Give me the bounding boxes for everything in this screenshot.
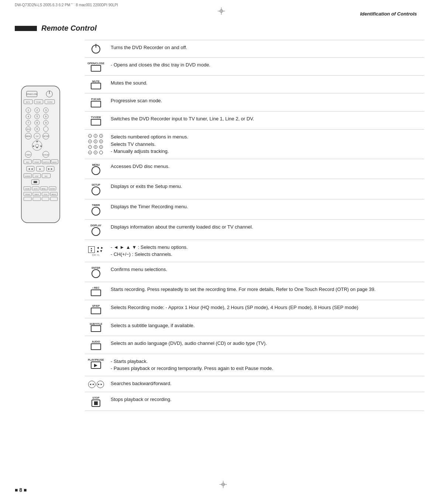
svg-text:•REC: •REC (26, 162, 30, 163)
svg-text:1: 1 (28, 109, 29, 112)
desc-speed: Selects Recording mode: - Approx 1 Hour … (107, 304, 424, 311)
svg-text:7: 7 (28, 121, 29, 124)
svg-text:ZOOM: ZOOM (25, 188, 29, 190)
control-row-stop: STOP Stops playback or recording. (85, 392, 424, 411)
control-row-pscan: P.SCAN Progressive scan mode. (85, 93, 424, 111)
control-row-search: ◄◄ ►► Searches backward/forward. (85, 376, 424, 392)
icon-stop: STOP (85, 396, 107, 407)
svg-text:◄◄: ◄◄ (28, 167, 33, 171)
svg-text:MUTE: MUTE (26, 102, 30, 103)
svg-text:►►: ►► (48, 167, 53, 171)
controls-list: Turns the DVD Recorder on and off. OPEN/… (85, 40, 424, 411)
icon-subtitle: SUBTITLE (85, 322, 107, 332)
icon-audio: AUDIO (85, 340, 107, 350)
crosshair-bottom (220, 481, 227, 489)
control-row-subtitle: SUBTITLE Selects a subtitle language, if… (85, 318, 424, 336)
svg-text:SPEED: SPEED (34, 162, 39, 163)
icon-pscan: P.SCAN (85, 97, 107, 107)
svg-text:STEP: STEP (35, 176, 39, 177)
icon-menu: MENU (85, 163, 107, 175)
svg-rect-74 (34, 181, 37, 183)
icon-play: PLAY/PAUSE ▶ (85, 358, 107, 369)
svg-text:TV/VEW: TV/VEW (47, 102, 52, 103)
svg-text:0: 0 (37, 128, 38, 130)
icon-power (85, 44, 107, 54)
desc-rec: Starts recording. Press repeatedly to se… (107, 286, 424, 293)
section-title-bar: Remote Control (15, 24, 424, 32)
remote-control-image: OPEN/CLOSE MUTE P.SCAN TV/VEW 1 2 3 4 5 … (15, 84, 77, 411)
svg-text:►: ► (39, 168, 42, 170)
section-title: Remote Control (41, 24, 97, 32)
svg-text:HH/FWD: HH/FWD (25, 176, 30, 177)
svg-text:P.SCAN: P.SCAN (36, 102, 41, 103)
desc-enter: Confirms menu selections. (107, 266, 424, 273)
control-row-setup: SETUP Displays or exits the Setup menu. (85, 179, 424, 199)
icon-mute: MUTE (85, 79, 107, 90)
desc-search: Searches backward/forward. (107, 380, 424, 387)
icon-nav: ▲▼ ◄ ►▲▼ CH +/- (85, 246, 107, 256)
desc-nav: - ◄ ► ▲ ▼ : Selects menu options. - CH(+… (107, 244, 424, 258)
control-row-menu: MENU Accesses DVD disc menus. (85, 159, 424, 179)
control-row-numbers: 1 2 3 4 5 6 7 8 9 10 0 Selects numbered … (85, 129, 424, 159)
desc-numbers: Selects numbered options in menus. Selec… (107, 133, 424, 155)
desc-menu: Accesses DVD disc menus. (107, 163, 424, 170)
control-row-tvview: TV/VEW Switches the DVD Recorder input t… (85, 111, 424, 129)
control-row-mute: MUTE Mutes the sound. (85, 75, 424, 93)
svg-text:5: 5 (37, 115, 38, 118)
svg-text:SUBTITLE: SUBTITLE (43, 162, 50, 163)
svg-text:ENTER: ENTER (50, 188, 55, 190)
control-row-open-close: OPEN/CLOSE - Opens and closes the disc t… (85, 57, 424, 75)
desc-open-close: - Opens and closes the disc tray in DVD … (107, 61, 424, 69)
control-row-audio: AUDIO Selects an audio language (DVD), a… (85, 336, 424, 354)
svg-text:3: 3 (45, 109, 46, 112)
icon-tvview: TV/VEW (85, 115, 107, 126)
title-decoration (15, 26, 37, 31)
svg-text:GOTO: GOTO (34, 188, 38, 190)
svg-text:MENU: MENU (26, 136, 31, 137)
icon-search: ◄◄ ►► (85, 380, 107, 388)
svg-text:MENU+: MENU+ (42, 188, 47, 190)
control-row-speed: SP/EP Selects Recording mode: - Approx 1… (85, 300, 424, 318)
svg-text:►: ► (40, 144, 43, 148)
icon-setup: SETUP (85, 183, 107, 195)
control-row-nav: ▲▼ ◄ ►▲▼ CH +/- - ◄ ► ▲ ▼ : Selects menu… (85, 240, 424, 262)
svg-text:2: 2 (37, 109, 38, 112)
desc-display: Displays information about the currently… (107, 223, 424, 231)
svg-text:AUDIO: AUDIO (52, 162, 57, 163)
control-row-display: DISPLAY Displays information about the c… (85, 219, 424, 240)
desc-stop: Stops playback or recording. (107, 396, 424, 403)
crosshair-top (218, 7, 225, 15)
desc-audio: Selects an audio language (DVD), audio c… (107, 340, 424, 347)
svg-text:PROG/E: PROG/E (25, 194, 30, 195)
svg-text:DIGEST: DIGEST (34, 194, 39, 195)
svg-text:TITLE: TITLE (44, 194, 48, 195)
desc-play: - Starts playback. - Pauses playback or … (107, 358, 424, 372)
control-row-play: PLAY/PAUSE ▶ - Starts playback. - Pauses… (85, 354, 424, 376)
icon-numbers: 1 2 3 4 5 6 7 8 9 10 0 (85, 133, 107, 155)
desc-power: Turns the DVD Recorder on and off. (107, 44, 424, 51)
svg-text:OPEN/CLOSE: OPEN/CLOSE (26, 93, 38, 95)
svg-text:TIMER: TIMER (26, 154, 31, 156)
desc-pscan: Progressive scan mode. (107, 97, 424, 104)
control-row-enter: ENTER Confirms menu selections. (85, 262, 424, 282)
desc-mute: Mutes the sound. (107, 79, 424, 87)
svg-text:4: 4 (28, 115, 29, 118)
desc-tvview: Switches the DVD Recorder input to TV tu… (107, 115, 424, 123)
svg-text:CH: CH (36, 136, 38, 137)
control-row-rec: • REC Starts recording. Press repeatedly… (85, 282, 424, 300)
desc-subtitle: Selects a subtitle language, if availabl… (107, 322, 424, 329)
svg-text:SETUP: SETUP (43, 136, 49, 137)
svg-text:9: 9 (45, 121, 46, 124)
icon-display: DISPLAY (85, 223, 107, 236)
svg-text:DISPLAY: DISPLAY (43, 154, 49, 156)
svg-text:6: 6 (45, 115, 46, 118)
control-row-timer: TIMER Displays the Timer Recording menu. (85, 199, 424, 219)
control-row-power: Turns the DVD Recorder on and off. (85, 40, 424, 57)
icon-timer: TIMER (85, 203, 107, 216)
icon-enter: ENTER (85, 266, 107, 278)
page-number: ■ 8 ■ (15, 487, 27, 493)
desc-setup: Displays or exits the Setup menu. (107, 183, 424, 190)
svg-text:8: 8 (37, 121, 38, 124)
icon-open-close: OPEN/CLOSE (85, 61, 107, 72)
svg-text:REC: REC (45, 176, 48, 177)
